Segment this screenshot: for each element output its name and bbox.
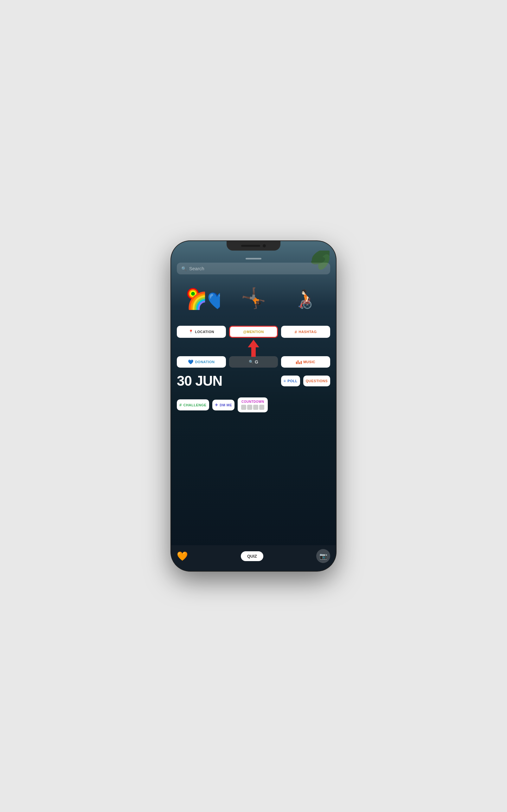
dm-me-icon: ✈	[215, 403, 218, 407]
donation-icon: 💙	[188, 359, 193, 364]
svg-text:🌈💙: 🌈💙	[187, 291, 220, 310]
featured-stickers: 🌈💙 🤸🏿 🧑🏻‍🦽	[171, 280, 336, 322]
dive-sticker[interactable]: 🤸🏿	[234, 281, 273, 316]
search-g-label: G	[255, 359, 258, 364]
hashtag-icon: #	[295, 329, 297, 334]
questions-button[interactable]: QUESTIONS	[303, 375, 330, 386]
location-label: LOCATION	[195, 330, 214, 334]
music-label: MUSIC	[303, 360, 315, 364]
donation-button[interactable]: 💙 DONATION	[177, 356, 226, 368]
challenge-icon: #	[179, 403, 182, 407]
button-row-2: 💙 DONATION 🔍 G MUSIC	[171, 356, 336, 368]
screen: 🔍 Search 🌈💙	[171, 241, 336, 571]
pride-sticker[interactable]: 🌈💙	[183, 281, 222, 316]
wheelchair-sticker[interactable]: 🧑🏻‍🦽	[285, 281, 324, 316]
phone-frame: 🔍 Search 🌈💙	[171, 241, 336, 571]
countdown-bar-3	[253, 405, 258, 410]
poll-label: POLL	[287, 379, 297, 383]
donation-label: DONATION	[195, 360, 215, 364]
music-button[interactable]: MUSIC	[281, 356, 330, 368]
sticker-row: 🌈💙 🤸🏿 🧑🏻‍🦽	[177, 280, 330, 317]
date-display: 30 JUN	[177, 374, 222, 388]
speaker	[241, 245, 260, 247]
poll-icon: ≡	[284, 379, 286, 383]
music-icon	[296, 360, 302, 364]
up-arrow	[248, 340, 259, 357]
content-area: 🔍 Search 🌈💙	[171, 241, 336, 571]
notch	[227, 241, 280, 251]
drag-handle	[245, 258, 262, 259]
location-icon: 📍	[188, 329, 193, 334]
arrow-head	[248, 340, 259, 347]
wheelchair-emoji: 🧑🏻‍🦽	[293, 288, 316, 309]
front-camera	[263, 244, 266, 247]
challenge-button[interactable]: # CHALLENGE	[177, 399, 209, 410]
dm-me-label: DM ME	[220, 403, 232, 407]
hashtag-button[interactable]: # HASHTAG	[281, 326, 330, 338]
hashtag-label: HASHTAG	[298, 330, 317, 334]
countdown-bar-4	[259, 405, 264, 410]
challenge-label: CHALLENGE	[183, 403, 207, 407]
mention-button[interactable]: @MENTION	[229, 326, 278, 338]
questions-label: QUESTIONS	[306, 379, 328, 383]
search-bar[interactable]: 🔍 Search	[177, 263, 330, 274]
countdown-bar-1	[241, 405, 246, 410]
arrow-stem	[251, 347, 256, 357]
search-placeholder: Search	[189, 266, 205, 271]
dive-emoji: 🤸🏿	[239, 285, 268, 312]
poll-button[interactable]: ≡ POLL	[281, 375, 300, 386]
dm-me-button[interactable]: ✈ DM ME	[212, 400, 235, 410]
arrow-container	[171, 340, 336, 356]
poll-questions-group: ≡ POLL QUESTIONS	[281, 375, 330, 386]
countdown-label: COUNTDOWN	[241, 400, 264, 403]
countdown-button[interactable]: COUNTDOWN	[238, 397, 268, 412]
location-button[interactable]: 📍 LOCATION	[177, 326, 226, 338]
mention-label: @MENTION	[243, 330, 264, 334]
bottom-sticker-row: # CHALLENGE ✈ DM ME COUNTDOWN	[171, 394, 336, 415]
countdown-bar-2	[247, 405, 252, 410]
date-poll-row: 30 JUN ≡ POLL QUESTIONS	[171, 371, 336, 391]
search-g-button[interactable]: 🔍 G	[229, 356, 278, 368]
countdown-bars	[241, 405, 264, 410]
search-g-icon: 🔍	[249, 360, 254, 364]
search-icon: 🔍	[181, 266, 187, 271]
button-row-1: 📍 LOCATION @MENTION # HASHTAG	[171, 326, 336, 338]
